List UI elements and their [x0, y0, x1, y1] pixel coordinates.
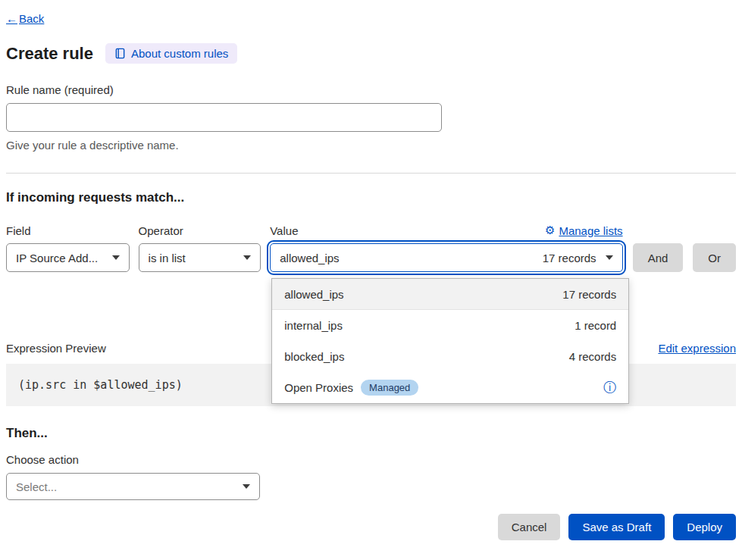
chevron-down-icon [243, 255, 251, 260]
chevron-down-icon [112, 255, 120, 260]
create-rule-page: ←Back Create rule About custom rules Rul… [0, 0, 742, 560]
list-item-blocked-ips[interactable]: blocked_ips 4 records [272, 341, 628, 372]
value-select-count: 17 records [543, 252, 596, 264]
operator-select[interactable]: is in list [139, 243, 261, 272]
divider [6, 173, 736, 174]
edit-expression-link[interactable]: Edit expression [658, 342, 736, 355]
and-button[interactable]: And [633, 243, 684, 272]
list-item-name: blocked_ips [284, 350, 344, 363]
operator-label: Operator [139, 224, 183, 237]
chevron-down-icon [243, 484, 250, 489]
list-item-internal-ips[interactable]: internal_ips 1 record [272, 310, 628, 341]
back-arrow-icon: ← [6, 12, 17, 25]
expression-preview-label: Expression Preview [6, 342, 106, 355]
back-link[interactable]: ←Back [6, 12, 44, 25]
operator-select-value: is in list [149, 252, 186, 264]
match-row: Field IP Source Add... Operator is in li… [6, 224, 736, 272]
footer-actions: Cancel Save as Draft Deploy [6, 514, 736, 540]
info-icon[interactable]: ⓘ [603, 381, 616, 394]
value-dropdown-menu: allowed_ips 17 records internal_ips 1 re… [271, 278, 629, 404]
field-select-value: IP Source Add... [16, 252, 98, 264]
about-badge-label: About custom rules [131, 47, 228, 60]
managed-badge: Managed [361, 380, 418, 396]
then-section-heading: Then... [6, 426, 736, 441]
list-item-records: 4 records [569, 350, 617, 363]
value-column: Value ⚙ Manage lists allowed_ips 17 reco… [270, 224, 622, 272]
action-select-placeholder: Select... [16, 480, 57, 493]
value-label: Value [270, 224, 298, 237]
andor-buttons: And Or [633, 243, 736, 272]
about-custom-rules-link[interactable]: About custom rules [105, 43, 237, 64]
rule-name-input[interactable] [6, 103, 442, 132]
manage-lists-link[interactable]: ⚙ Manage lists [545, 224, 623, 237]
field-label: Field [6, 224, 31, 237]
field-select[interactable]: IP Source Add... [6, 243, 130, 272]
manage-lists-label: Manage lists [559, 224, 622, 237]
page-title: Create rule [6, 44, 93, 64]
book-icon [114, 48, 126, 59]
list-item-name: Open Proxies [284, 381, 353, 394]
list-item-records: 17 records [562, 288, 616, 301]
title-row: Create rule About custom rules [6, 43, 736, 64]
list-item-name: internal_ips [284, 319, 343, 332]
gear-icon: ⚙ [545, 224, 555, 237]
list-item-records: 1 record [575, 319, 616, 332]
list-item-allowed-ips[interactable]: allowed_ips 17 records [272, 279, 628, 310]
deploy-button[interactable]: Deploy [673, 514, 736, 540]
save-as-draft-button[interactable]: Save as Draft [568, 514, 665, 540]
or-button[interactable]: Or [693, 243, 736, 272]
choose-action-label: Choose action [6, 453, 736, 466]
value-select-name: allowed_ips [280, 252, 339, 264]
list-item-name: allowed_ips [284, 288, 343, 301]
expression-code: (ip.src in $allowed_ips) [18, 378, 183, 392]
match-section-heading: If incoming requests match... [6, 190, 736, 205]
action-select[interactable]: Select... [6, 473, 260, 500]
chevron-down-icon [606, 255, 613, 260]
operator-column: Operator is in list [139, 224, 261, 272]
rule-name-label: Rule name (required) [6, 83, 736, 96]
value-select[interactable]: allowed_ips 17 records [270, 243, 622, 272]
rule-name-helper: Give your rule a descriptive name. [6, 139, 736, 152]
list-item-open-proxies[interactable]: Open Proxies Managed ⓘ [272, 372, 628, 403]
back-label: Back [19, 12, 44, 25]
cancel-button[interactable]: Cancel [498, 514, 561, 540]
field-column: Field IP Source Add... [6, 224, 130, 272]
